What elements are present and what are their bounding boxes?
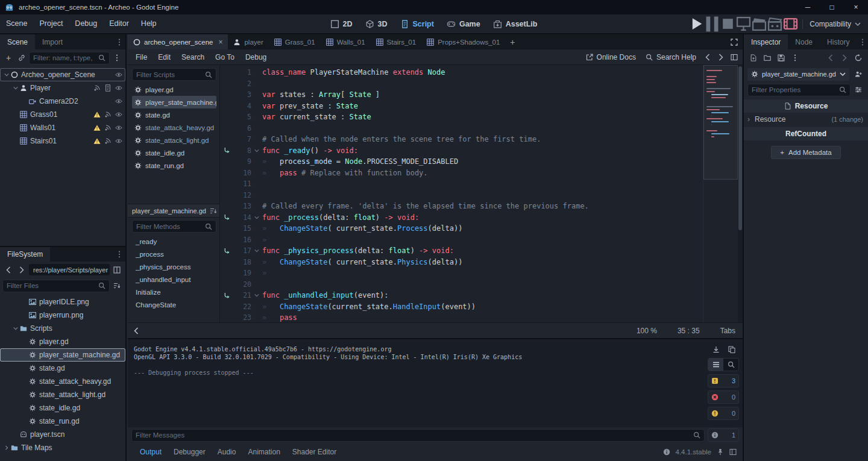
eye-icon[interactable] xyxy=(114,124,123,131)
scene-node-walls01[interactable]: Walls01 xyxy=(0,121,125,134)
split-mode-icon[interactable] xyxy=(111,264,123,276)
bottom-tab-debugger[interactable]: Debugger xyxy=(168,448,212,456)
menu-editor[interactable]: Editor xyxy=(103,14,135,33)
minimap-viewport[interactable] xyxy=(703,65,738,180)
script-forward-icon[interactable] xyxy=(715,51,727,63)
category-refcounted[interactable]: RefCounted xyxy=(744,127,868,140)
line-number[interactable]: 12 xyxy=(233,190,251,201)
line-number[interactable]: 7 xyxy=(233,134,251,145)
sort-files-icon[interactable] xyxy=(111,280,123,292)
file-player-tscn[interactable]: player.tscn xyxy=(0,428,125,441)
code-line-16[interactable]: 16» xyxy=(220,234,700,246)
script-item-state-attack-light-gd[interactable]: state_attack_light.gd xyxy=(132,134,216,146)
code-line-15[interactable]: 15» ChangeState( current_state.Process(d… xyxy=(220,223,700,234)
scroll-to-bottom-icon[interactable] xyxy=(709,343,723,355)
console-search-icon[interactable] xyxy=(723,359,738,371)
alert-square-filter-badge[interactable]: 3 xyxy=(708,374,739,387)
code-editor[interactable]: 1class_name PlayerStateMachine extends N… xyxy=(220,65,743,322)
script-item-state-attack-heavy-gd[interactable]: state_attack_heavy.gd xyxy=(132,121,216,134)
line-number[interactable]: 5 xyxy=(233,111,251,123)
history-back-icon[interactable] xyxy=(2,264,14,276)
scene-tab-stairs-01[interactable]: Stairs_01 xyxy=(371,34,422,49)
resource-dropdown[interactable]: player_state_machine.gd xyxy=(747,68,849,81)
filter-messages-input[interactable] xyxy=(136,431,691,439)
code-line-1[interactable]: 1class_name PlayerStateMachine extends N… xyxy=(220,67,700,78)
script-item-state-gd[interactable]: state.gd xyxy=(132,108,216,121)
workspace-script[interactable]: Script xyxy=(394,17,439,31)
script-menu-file[interactable]: File xyxy=(130,53,153,61)
tab-history[interactable]: History xyxy=(820,34,857,49)
tab-node[interactable]: Node xyxy=(788,34,820,49)
copy-log-icon[interactable] xyxy=(725,343,739,355)
code-line-8[interactable]: 8func _ready() -> void: xyxy=(220,145,700,157)
filesystem-options-icon[interactable] xyxy=(113,247,125,262)
property-filter-options-icon[interactable] xyxy=(852,84,864,96)
scene-tab-player[interactable]: player xyxy=(228,34,268,49)
line-number[interactable]: 22 xyxy=(233,301,251,313)
category-resource[interactable]: Resource xyxy=(744,99,868,113)
filter-methods[interactable] xyxy=(132,220,216,233)
property-row-resource[interactable]: › Resource (1 change) xyxy=(744,113,868,125)
filter-messages[interactable] xyxy=(131,429,705,442)
method-item-physics-process[interactable]: _physics_process xyxy=(132,260,216,273)
signal-icon[interactable] xyxy=(92,84,101,92)
minimize-button[interactable]: ─ xyxy=(796,0,820,14)
file-player-state-machine-gd[interactable]: player_state_machine.gd xyxy=(0,348,125,362)
script-menu-go-to[interactable]: Go To xyxy=(210,53,240,61)
signal-icon[interactable] xyxy=(103,124,112,131)
code-line-4[interactable]: 4var prev_state : State xyxy=(220,101,700,112)
line-number[interactable]: 8 xyxy=(233,145,251,157)
expand-arrow-icon[interactable] xyxy=(2,445,11,450)
warning-icon[interactable] xyxy=(92,137,101,145)
current-script-row[interactable]: player_state_machine.gd xyxy=(128,204,219,218)
method-item-ready[interactable]: _ready xyxy=(132,235,216,248)
scene-tab-archeo-opener-scene[interactable]: archeo_opener_scene× xyxy=(128,34,228,49)
prev-object-icon[interactable] xyxy=(825,52,837,64)
code-line-23[interactable]: 23» pass xyxy=(220,312,700,322)
line-number[interactable]: 16 xyxy=(233,234,251,246)
expander-icon[interactable]: › xyxy=(747,115,755,124)
expand-bottom-panel-icon[interactable] xyxy=(729,448,737,456)
add-node-button[interactable]: + xyxy=(2,52,14,64)
extend-script-icon[interactable] xyxy=(852,68,864,80)
scene-node-archeo-opener-scene[interactable]: Archeo_opener_Scene xyxy=(0,68,125,81)
eye-icon[interactable] xyxy=(114,98,123,105)
code-line-2[interactable]: 2 xyxy=(220,78,700,90)
line-number[interactable]: 9 xyxy=(233,156,251,168)
script-item-player-state-machine-gd[interactable]: player_state_machine.gd xyxy=(132,96,216,108)
new-tab-button[interactable]: + xyxy=(505,34,520,49)
object-history-icon[interactable] xyxy=(852,52,864,64)
file-player-gd[interactable]: player.gd xyxy=(0,335,125,348)
scene-tab-walls-01[interactable]: Walls_01 xyxy=(321,34,371,49)
method-item-process[interactable]: _process xyxy=(132,248,216,260)
pause-button[interactable] xyxy=(705,17,720,31)
dock-options-icon[interactable] xyxy=(857,34,868,49)
next-object-icon[interactable] xyxy=(838,52,851,64)
line-number[interactable]: 14 xyxy=(233,212,251,224)
fold-arrow-icon[interactable] xyxy=(251,245,262,257)
script-back-icon[interactable] xyxy=(702,51,714,63)
code-line-3[interactable]: 3var states : Array[ State ] xyxy=(220,89,700,101)
code-line-12[interactable]: 12 xyxy=(220,190,700,201)
menu-debug[interactable]: Debug xyxy=(69,14,103,33)
signal-icon[interactable] xyxy=(103,137,112,145)
scene-tab-props-shadows-01[interactable]: Props+Shadows_01 xyxy=(421,34,505,49)
file-playerrun-png[interactable]: playerrun.png xyxy=(0,309,125,322)
bottom-tab-shader-editor[interactable]: Shader Editor xyxy=(286,448,342,456)
eye-icon[interactable] xyxy=(114,111,123,118)
line-number[interactable]: 21 xyxy=(233,290,251,301)
history-forward-icon[interactable] xyxy=(16,264,28,276)
line-number[interactable]: 1 xyxy=(233,67,251,78)
filter-methods-input[interactable] xyxy=(136,223,203,230)
signal-icon[interactable] xyxy=(103,111,112,118)
file-state-gd[interactable]: state.gd xyxy=(0,362,125,375)
message-count-badge[interactable]: 1 xyxy=(708,428,739,442)
warning-circle-filter-badge[interactable]: 0 xyxy=(708,407,739,420)
line-number[interactable]: 15 xyxy=(233,223,251,234)
code-line-22[interactable]: 22» ChangeState(current_state.HandleInpu… xyxy=(220,301,700,313)
workspace-3d[interactable]: 3D xyxy=(360,17,394,31)
code-line-10[interactable]: 10» pass # Replace with function body. xyxy=(220,168,700,179)
bottom-tab-animation[interactable]: Animation xyxy=(242,448,286,456)
file-scripts[interactable]: Scripts xyxy=(0,322,125,335)
method-item-initialize[interactable]: Initialize xyxy=(132,286,216,298)
